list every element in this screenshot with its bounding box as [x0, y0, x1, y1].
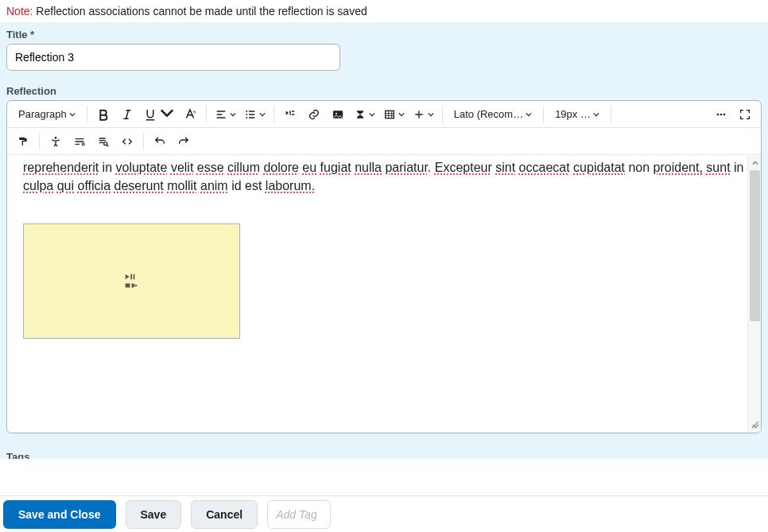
editor-content[interactable]: reprehenderit in voluptate velit esse ci… — [7, 155, 761, 433]
more-actions-button[interactable] — [710, 103, 732, 126]
text-color-button[interactable] — [179, 103, 201, 126]
redo-button[interactable] — [173, 130, 195, 153]
svg-point-8 — [723, 113, 726, 115]
font-family-label: Lato (Recom… — [454, 108, 523, 120]
accessibility-checker-button[interactable] — [45, 130, 67, 153]
source-code-button[interactable] — [116, 130, 138, 153]
font-size-label: 19px … — [555, 108, 591, 120]
media-icon — [124, 273, 140, 289]
svg-point-4 — [336, 112, 337, 114]
font-family-select[interactable]: Lato (Recom… — [448, 103, 538, 126]
save-and-close-button[interactable]: Save and Close — [3, 500, 116, 529]
title-input[interactable] — [6, 44, 340, 71]
undo-button[interactable] — [149, 130, 171, 153]
image-button[interactable] — [327, 103, 349, 126]
ellipsis-icon — [715, 108, 727, 121]
insert-stuff-button[interactable] — [279, 103, 301, 126]
svg-rect-5 — [385, 111, 394, 118]
underline-button[interactable] — [140, 103, 177, 126]
svg-rect-12 — [133, 274, 134, 280]
scroll-thumb[interactable] — [750, 170, 760, 321]
insert-stuff-icon — [284, 108, 297, 121]
svg-point-9 — [55, 137, 57, 139]
svg-point-7 — [720, 113, 723, 115]
fullscreen-button[interactable] — [734, 103, 756, 126]
toolbar-secondary — [7, 128, 761, 155]
italic-icon — [120, 107, 134, 122]
add-tag-input[interactable] — [267, 500, 331, 529]
redo-icon — [177, 135, 190, 148]
insert-more-button[interactable] — [409, 103, 437, 126]
tags-label: Tags — [6, 451, 762, 459]
separator — [611, 106, 611, 123]
svg-point-2 — [246, 117, 247, 118]
block-format-select[interactable]: Paragraph — [12, 103, 82, 126]
plus-icon — [413, 108, 425, 121]
bold-icon — [96, 107, 111, 122]
separator — [206, 106, 207, 123]
table-icon — [383, 108, 396, 121]
note-text: Reflection associations cannot be made u… — [36, 5, 367, 17]
resize-handle[interactable] — [750, 419, 759, 431]
word-count-icon — [73, 135, 86, 148]
chevron-down-icon — [230, 108, 236, 120]
block-format-label: Paragraph — [18, 108, 67, 120]
align-icon — [215, 108, 227, 121]
chevron-down-icon — [526, 108, 532, 120]
toolbar-primary: Paragraph — [7, 101, 761, 128]
title-label: Title * — [6, 29, 762, 41]
accessibility-icon — [49, 135, 62, 148]
separator — [273, 106, 274, 123]
form-area: Title * Reflection Paragraph — [0, 22, 768, 437]
sigma-icon — [354, 108, 367, 121]
chevron-down-icon — [428, 108, 434, 120]
list-icon — [244, 108, 257, 121]
list-button[interactable] — [241, 103, 269, 126]
equation-button[interactable] — [351, 103, 378, 126]
code-icon — [121, 135, 134, 148]
italic-button[interactable] — [116, 103, 138, 126]
separator — [543, 106, 544, 123]
separator — [87, 106, 87, 123]
save-button[interactable]: Save — [126, 500, 182, 529]
undo-icon — [153, 135, 166, 148]
scroll-up-arrow[interactable] — [748, 156, 762, 169]
chevron-down-icon — [398, 108, 405, 120]
chevron-down-icon — [160, 106, 174, 122]
format-painter-icon — [17, 135, 29, 148]
preview-button[interactable] — [92, 130, 114, 153]
format-painter-button[interactable] — [12, 130, 34, 153]
text-color-icon — [183, 107, 197, 122]
note-row: Note: Reflection associations cannot be … — [0, 0, 768, 22]
word-count-button[interactable] — [68, 130, 91, 153]
chevron-down-icon — [369, 108, 375, 120]
note-label: Note: — [6, 5, 33, 17]
vertical-scrollbar[interactable] — [747, 156, 761, 433]
preview-icon — [97, 135, 110, 148]
separator — [143, 133, 144, 150]
svg-rect-13 — [125, 284, 130, 288]
bold-button[interactable] — [92, 103, 114, 126]
align-button[interactable] — [211, 103, 239, 126]
footer-bar: Save and Close Save Cancel — [0, 495, 768, 532]
chevron-down-icon — [69, 108, 76, 120]
svg-point-1 — [246, 114, 247, 115]
fullscreen-icon — [739, 108, 751, 121]
link-icon — [308, 108, 320, 121]
reflection-label: Reflection — [6, 85, 762, 97]
tags-section: Tags — [0, 437, 768, 459]
separator — [442, 106, 443, 123]
video-placeholder[interactable] — [23, 223, 240, 339]
cancel-button[interactable]: Cancel — [191, 500, 258, 529]
font-size-select[interactable]: 19px … — [549, 103, 606, 126]
image-icon — [332, 108, 344, 121]
svg-point-10 — [104, 142, 107, 145]
link-button[interactable] — [303, 103, 325, 126]
chevron-down-icon — [259, 108, 266, 120]
table-button[interactable] — [380, 103, 408, 126]
chevron-down-icon — [593, 108, 599, 120]
rich-text-editor: Paragraph — [6, 100, 762, 433]
svg-point-6 — [717, 113, 720, 115]
separator — [39, 133, 40, 150]
underline-icon — [143, 107, 157, 122]
